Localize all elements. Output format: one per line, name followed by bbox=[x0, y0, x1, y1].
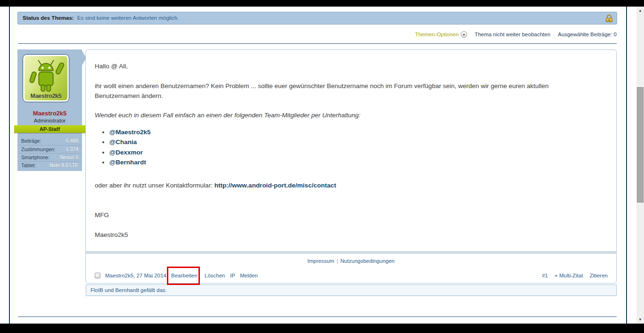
author-panel: Maestro2k5 Maestro2k5 Administrator AP-S… bbox=[17, 49, 82, 171]
delete-button[interactable]: Löschen bbox=[205, 268, 225, 283]
vertical-scrollbar[interactable]: ▲ ▼ bbox=[636, 7, 644, 324]
list-item: @Chania bbox=[109, 137, 607, 147]
stat-row: Tablet: Note 8.0 LTE bbox=[17, 161, 82, 169]
multi-quote-button[interactable]: + Multi-Zitat bbox=[554, 268, 583, 283]
mention-link[interactable]: @Bernhardt bbox=[109, 159, 146, 166]
thread-options-menu[interactable]: Themen-Optionen ▼ bbox=[415, 31, 467, 38]
likes-bar: FloIB und Bernhardt gefällt das. bbox=[86, 284, 617, 296]
top-divider bbox=[18, 43, 617, 44]
mention-list: @Maestro2k5 @Chania @Dexxmor @Bernhardt bbox=[95, 127, 607, 167]
stat-row: Zustimmungen: 1.374 bbox=[17, 145, 82, 153]
window-left-border bbox=[9, 7, 10, 324]
terms-link[interactable]: Nutzungsbedingungen bbox=[340, 258, 395, 264]
avatar[interactable]: Maestro2k5 bbox=[23, 54, 69, 102]
forum-thread-page: ▲ ▼ Status des Themas: Es sind keine wei… bbox=[0, 0, 644, 333]
contact-paragraph: oder aber ihr nutzt unser Kontaktformula… bbox=[95, 180, 607, 190]
letterbox-top bbox=[0, 0, 644, 7]
thread-options-label: Themen-Optionen bbox=[415, 32, 459, 37]
impressum-link[interactable]: Impressum bbox=[307, 258, 334, 264]
scroll-down-icon[interactable]: ▼ bbox=[636, 316, 644, 324]
post-message-body: Hallo @ All, ihr wollt einen anderen Ben… bbox=[95, 50, 607, 240]
select-post-checkbox[interactable] bbox=[95, 273, 100, 278]
signature-links: Impressum|Nutzungsbedingungen bbox=[86, 254, 616, 268]
message-closing: MFG bbox=[95, 210, 607, 220]
scrollbar-thumb[interactable] bbox=[637, 87, 644, 203]
letterbox-bottom bbox=[0, 324, 644, 333]
author-banner: AP-Staff bbox=[14, 125, 85, 133]
ip-button[interactable]: IP bbox=[230, 268, 235, 283]
scroll-up-icon[interactable]: ▲ bbox=[636, 7, 644, 15]
author-username-link[interactable]: Maestro2k5 bbox=[17, 110, 82, 117]
message-paragraph: ihr wollt einen anderen Benutzernamen? K… bbox=[95, 81, 607, 101]
selected-posts-counter[interactable]: Ausgewählte Beiträge: 0 bbox=[558, 32, 617, 37]
likes-text: FloIB und Bernhardt gefällt das. bbox=[91, 287, 167, 293]
post-message-container: Hallo @ All, ihr wollt einen anderen Ben… bbox=[85, 49, 617, 284]
list-item: @Dexxmor bbox=[109, 147, 607, 157]
message-paragraph-italic: Wendet euch in diesem Fall einfach an ei… bbox=[95, 110, 607, 120]
report-button[interactable]: Melden bbox=[240, 268, 258, 283]
message-signoff: Maestro2k5 bbox=[95, 230, 607, 240]
author-date-permalink[interactable]: Maestro2k5, 27 Mai 2014 bbox=[105, 268, 166, 283]
stat-row: Beiträge: 5.488 bbox=[17, 137, 82, 145]
status-message: Es sind keine weiteren Antworten möglich… bbox=[77, 15, 179, 21]
list-item: @Bernhardt bbox=[109, 157, 607, 167]
chevron-down-icon[interactable]: ▼ bbox=[461, 31, 467, 38]
mention-link[interactable]: @Chania bbox=[109, 138, 137, 146]
post-number-link[interactable]: #1 bbox=[542, 268, 548, 283]
quote-button[interactable]: Zitieren bbox=[590, 268, 608, 283]
window-right-border bbox=[626, 7, 627, 324]
post-controls-bar: Maestro2k5, 27 Mai 2014 Bearbeiten Lösch… bbox=[86, 268, 616, 283]
stat-row: Smartphone: Nexus 5 bbox=[17, 153, 82, 161]
contact-form-link[interactable]: http://www.android-port.de/misc/contact bbox=[215, 182, 336, 189]
mention-link[interactable]: @Dexxmor bbox=[109, 149, 143, 156]
thread-status-bar: Status des Themas: Es sind keine weitere… bbox=[17, 12, 617, 24]
author-title: Administrator bbox=[17, 118, 82, 123]
edit-button-highlight-annotation bbox=[167, 267, 200, 285]
avatar-username-text: Maestro2k5 bbox=[25, 93, 67, 99]
lock-icon bbox=[606, 15, 612, 22]
message-greeting: Hallo @ All, bbox=[95, 61, 607, 71]
avatar-image: Maestro2k5 bbox=[25, 56, 67, 100]
mention-link[interactable]: @Maestro2k5 bbox=[109, 129, 150, 136]
list-item: @Maestro2k5 bbox=[109, 127, 607, 137]
bottom-divider bbox=[18, 317, 617, 317]
unwatch-thread-link[interactable]: Thema nicht weiter beobachten bbox=[475, 32, 550, 37]
status-label: Status des Themas: bbox=[23, 15, 74, 21]
thread-toolbar: Themen-Optionen ▼ Thema nicht weiter beo… bbox=[18, 28, 617, 41]
author-stats: Beiträge: 5.488 Zustimmungen: 1.374 Smar… bbox=[17, 137, 82, 169]
